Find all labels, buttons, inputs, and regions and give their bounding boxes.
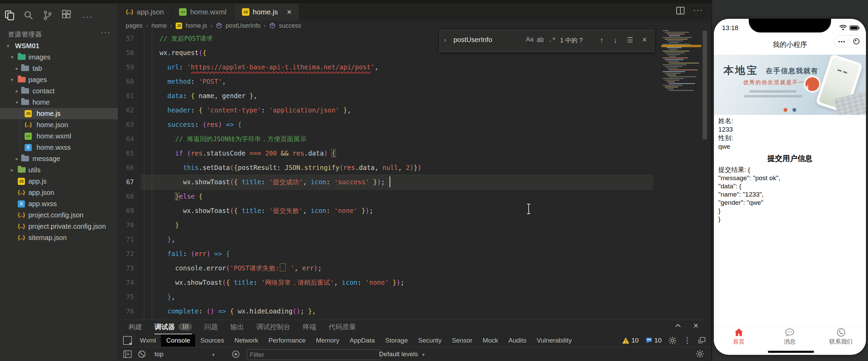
find-input[interactable]: postUserInfo [453, 36, 492, 44]
editor-scrollbar[interactable] [703, 31, 707, 139]
tree-item-message[interactable]: ▸message [0, 153, 118, 164]
chevron-right-icon[interactable]: ▸ [11, 164, 13, 176]
tree-item-utils[interactable]: ▸utils [0, 164, 118, 176]
tree-item-home.json[interactable]: {..}home.json [0, 119, 118, 131]
minimap[interactable] [662, 30, 701, 70]
tree-item-home.js[interactable]: JShome.js [0, 108, 118, 119]
tabbar-message[interactable]: 消息 [769, 328, 810, 346]
whole-word-icon[interactable]: ab [537, 36, 544, 43]
tree-item-tab[interactable]: ▸tab [0, 63, 118, 74]
console-clear-icon[interactable] [137, 350, 146, 359]
breadcrumb-item-home[interactable]: home [151, 22, 167, 29]
editor-more-icon[interactable]: ··· [693, 6, 703, 15]
tree-item-home.wxss[interactable]: Shome.wxss [0, 142, 118, 153]
chevron-down-icon[interactable]: ▾ [16, 97, 18, 108]
console-settings-icon[interactable] [696, 350, 704, 358]
chevron-right-icon[interactable]: ▸ [16, 153, 18, 164]
inspect-element-icon[interactable] [123, 336, 132, 345]
split-editor-icon[interactable] [676, 6, 685, 15]
tabbar-contact[interactable]: 联系我们 [820, 328, 862, 346]
undock-icon[interactable] [698, 336, 706, 345]
panel-tab-调试器[interactable]: 调试器10 [154, 322, 192, 332]
tree-item-app.wxss[interactable]: Sapp.wxss [0, 198, 118, 210]
find-in-selection-icon[interactable]: ☰ [627, 36, 633, 44]
chevron-down-icon[interactable]: ▾ [7, 40, 9, 52]
tree-item-contact[interactable]: ▸contact [0, 85, 118, 97]
panel-tab-调试控制台[interactable]: 调试控制台 [256, 322, 290, 332]
search-icon[interactable] [23, 10, 35, 22]
breadcrumb-item-pages[interactable]: pages [126, 22, 143, 29]
breadcrumb-item-home.js[interactable]: home.js [186, 22, 207, 29]
devtools-tab-Performance[interactable]: Performance [263, 334, 311, 347]
editor-tab-home.wxml[interactable]: <>home.wxml [172, 3, 234, 21]
console-sidebar-toggle-icon[interactable] [123, 350, 132, 359]
tree-item-home.wxml[interactable]: <>home.wxml [0, 131, 118, 142]
more-menu-icon[interactable]: ••• [835, 39, 849, 44]
console-filter-input[interactable] [247, 349, 381, 360]
devtools-tab-Vulnerability[interactable]: Vulnerability [532, 334, 577, 347]
tree-item-sitemap.json[interactable]: {..}sitemap.json [0, 232, 118, 243]
chevron-down-icon[interactable]: ▾ [11, 74, 13, 85]
find-close-icon[interactable]: × [642, 35, 647, 44]
devtools-more-icon[interactable]: ⋮ [683, 338, 691, 343]
tree-item-WSM01[interactable]: ▾WSM01 [0, 40, 118, 52]
code-area[interactable]: 5758596061626364656667686970717273747576… [118, 31, 711, 320]
devtools-settings-icon[interactable] [668, 336, 677, 345]
panel-collapse-icon[interactable] [674, 322, 682, 330]
carousel-dot[interactable] [792, 108, 796, 112]
chevron-down-icon[interactable]: ▾ [11, 52, 13, 63]
tree-item-home[interactable]: ▾home [0, 97, 118, 108]
carousel-dot-active[interactable] [784, 108, 787, 112]
warning-count[interactable]: 10 [622, 337, 639, 344]
extensions-icon[interactable] [61, 10, 73, 22]
console-context-select[interactable]: top▼ [154, 350, 215, 358]
close-capsule-icon[interactable] [850, 38, 864, 44]
devtools-tab-Security[interactable]: Security [413, 334, 447, 347]
devtools-tab-Mock[interactable]: Mock [477, 334, 503, 347]
form-values[interactable]: 姓名: 1233 性别: qwe [718, 117, 733, 151]
tree-item-pages[interactable]: ▾pages [0, 74, 118, 85]
devtools-tab-Storage[interactable]: Storage [380, 334, 413, 347]
live-expression-eye-icon[interactable] [231, 350, 241, 359]
editor-tab-home.js[interactable]: JShome.js× [234, 3, 300, 21]
panel-tab-输出[interactable]: 输出 [230, 322, 244, 332]
find-expand-icon[interactable]: › [444, 36, 446, 44]
tree-item-images[interactable]: ▾images [0, 52, 118, 63]
find-prev-icon[interactable]: ↑ [600, 36, 603, 45]
breadcrumb[interactable]: pages›home›JShome.js›postUserInfo›succes… [126, 21, 301, 31]
tree-item-app.js[interactable]: JSapp.js [0, 176, 118, 187]
banner-carousel[interactable]: 本地宝 在手信息我就有 优秀的你生活就是不一样 ᨐ ᨐ [714, 55, 866, 115]
tree-item-project.private.config.json[interactable]: {..}project.private.config.json [0, 221, 118, 232]
chevron-right-icon[interactable]: ▸ [16, 63, 18, 74]
source-control-icon[interactable] [42, 10, 54, 22]
devtools-tab-Network[interactable]: Network [229, 334, 263, 347]
submit-user-info-button[interactable]: 提交用户信息 [714, 153, 866, 164]
panel-close-icon[interactable]: × [693, 322, 699, 330]
panel-tab-代码质量[interactable]: 代码质量 [329, 322, 356, 332]
devtools-tab-Sources[interactable]: Sources [195, 334, 229, 347]
devtools-tab-Sensor[interactable]: Sensor [447, 334, 477, 347]
breadcrumb-item-success[interactable]: success [279, 22, 301, 29]
editor-tab-app.json[interactable]: {..}app.json [118, 3, 172, 21]
console-levels-select[interactable]: Default levels▼ [379, 350, 425, 358]
chevron-right-icon[interactable]: ▸ [16, 85, 18, 97]
info-count[interactable]: 10 [646, 337, 662, 344]
devtools-tab-Wxml[interactable]: Wxml [135, 334, 161, 347]
panel-tab-终端[interactable]: 终端 [303, 322, 316, 332]
more-actions-icon[interactable]: ··· [82, 12, 94, 24]
regex-icon[interactable]: .* [548, 36, 556, 43]
match-case-icon[interactable]: Aa [526, 36, 533, 43]
devtools-tab-Console[interactable]: Console [161, 334, 195, 347]
files-icon[interactable] [3, 10, 16, 22]
find-next-icon[interactable]: ↓ [613, 36, 617, 45]
panel-tab-构建[interactable]: 构建 [128, 322, 142, 332]
devtools-tab-AppData[interactable]: AppData [344, 334, 380, 347]
explorer-more-icon[interactable]: ··· [101, 28, 110, 37]
tabbar-home[interactable]: 首页 [718, 328, 759, 346]
panel-tab-问题[interactable]: 问题 [204, 322, 218, 332]
breadcrumb-item-postUserInfo[interactable]: postUserInfo [226, 22, 260, 29]
devtools-tab-Audits[interactable]: Audits [503, 334, 532, 347]
devtools-tab-Memory[interactable]: Memory [311, 334, 344, 347]
tree-item-project.config.json[interactable]: {..}project.config.json [0, 210, 118, 221]
tree-item-app.json[interactable]: {..}app.json [0, 187, 118, 198]
